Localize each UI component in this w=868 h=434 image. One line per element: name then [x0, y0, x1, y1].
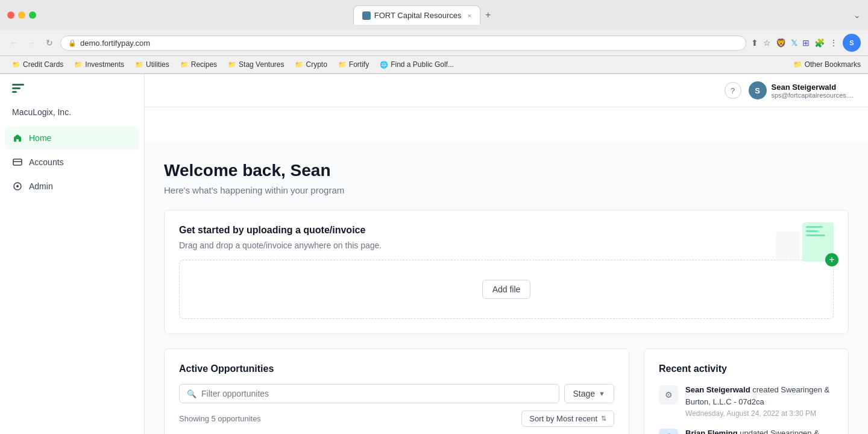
url-input[interactable]: 🔒 demo.fortifypay.com — [60, 36, 746, 51]
logo-line-2 — [12, 87, 20, 89]
browser-settings-button[interactable]: ⋮ — [829, 38, 838, 48]
bookmark-credit-cards[interactable]: 📁 Credit Cards — [7, 58, 68, 71]
activity-gear-icon: ⚙ — [659, 385, 678, 404]
upload-illustration: + — [776, 222, 834, 262]
activity-content-1: Sean Steigerwald created Swearingen & Bu… — [685, 384, 834, 418]
filter-opportunities-input[interactable] — [201, 389, 552, 398]
add-file-button[interactable]: Add file — [482, 280, 531, 299]
bookmark-label: Find a Public Golf... — [391, 60, 454, 69]
bookmark-stag-ventures[interactable]: 📁 Stag Ventures — [223, 58, 289, 71]
back-button[interactable]: ← — [7, 37, 20, 49]
folder-icon: 📁 — [180, 61, 189, 69]
sidebar-logo — [0, 74, 144, 102]
minimize-window-button[interactable] — [18, 11, 25, 19]
bookmark-label: Credit Cards — [23, 60, 63, 69]
address-bar: ← → ↻ 🔒 demo.fortifypay.com ⬆ ☆ 🦁 𝕏 ⊞ 🧩 … — [0, 30, 868, 56]
main-area: ? S Sean Steigerwald sps@fortcapitalreso… — [145, 74, 868, 434]
traffic-lights — [7, 11, 36, 19]
page-title: Welcome back, Sean — [164, 161, 849, 180]
share-button[interactable]: ⬆ — [751, 38, 758, 48]
close-window-button[interactable] — [7, 11, 14, 19]
bookmark-label: Investments — [85, 60, 124, 69]
browser-tab-active[interactable]: FORT Capital Resources × — [353, 5, 480, 25]
other-bookmarks-label: Other Bookmarks — [805, 60, 861, 69]
title-bar: FORT Capital Resources × + ⌄ — [0, 0, 868, 30]
sidebar-item-admin[interactable]: Admin — [5, 175, 139, 198]
browser-menu-button[interactable]: ⌄ — [854, 10, 861, 20]
maximize-window-button[interactable] — [29, 11, 36, 19]
sidebar-navigation: Home Accounts Admin — [0, 127, 144, 434]
bookmark-utilities[interactable]: 📁 Utilities — [130, 58, 174, 71]
bookmark-recipes[interactable]: 📁 Recipes — [175, 58, 222, 71]
bookmark-label: Fortify — [349, 60, 369, 69]
opportunities-title: Active Opportunities — [179, 363, 614, 374]
sidebar-item-accounts[interactable]: Accounts — [5, 151, 139, 174]
user-name: Sean Steigerwald — [772, 83, 854, 92]
lock-icon: 🔒 — [68, 39, 77, 47]
admin-icon — [12, 181, 23, 192]
fortify-logo-icon — [12, 84, 24, 93]
org-name: MacuLogix, Inc. — [0, 102, 144, 127]
recent-activity-card: Recent activity ⚙ Sean Steigerwald creat… — [644, 348, 849, 434]
reload-button[interactable]: ↻ — [43, 37, 55, 49]
url-text: demo.fortifypay.com — [80, 39, 150, 48]
new-tab-button[interactable]: + — [480, 5, 495, 25]
showing-row: Showing 5 opportunites Sort by Most rece… — [179, 410, 614, 427]
user-info: Sean Steigerwald sps@fortcapitalresource… — [772, 83, 854, 99]
sort-button[interactable]: Sort by Most recent ⇅ — [521, 410, 614, 427]
activity-actor-2: Brian Fleming — [685, 429, 738, 434]
bookmarks-bar: 📁 Credit Cards 📁 Investments 📁 Utilities… — [0, 56, 868, 74]
main-content: Welcome back, Sean Here's what's happeni… — [145, 142, 868, 434]
other-bookmarks-button[interactable]: 📁 Other Bookmarks — [793, 60, 861, 69]
user-menu-button[interactable]: S Sean Steigerwald sps@fortcapitalresour… — [749, 81, 854, 99]
search-row: 🔍 Stage ▼ — [179, 384, 614, 403]
folder-icon: 📁 — [338, 61, 347, 69]
stage-filter-button[interactable]: Stage ▼ — [564, 384, 614, 403]
bookmark-label: Recipes — [191, 60, 217, 69]
activity-timestamp-1: Wednesday, August 24, 2022 at 3:30 PM — [685, 409, 834, 418]
tab-title: FORT Capital Resources — [374, 11, 462, 20]
illustration-main-card: + — [802, 222, 834, 262]
tab-close-button[interactable]: × — [467, 12, 471, 19]
bookmark-crypto[interactable]: 📁 Crypto — [290, 58, 332, 71]
browser-chrome: FORT Capital Resources × + ⌄ ← → ↻ 🔒 dem… — [0, 0, 868, 74]
activity-text-1: Sean Steigerwald created Swearingen & Bu… — [685, 384, 834, 407]
sort-label: Sort by Most recent — [529, 414, 597, 423]
upload-card-description: Drag and drop a quote/invoice anywhere o… — [179, 241, 834, 250]
folder-icon: 📁 — [228, 61, 236, 69]
bookmark-find-golf[interactable]: 🌐 Find a Public Golf... — [375, 58, 459, 71]
folder-icon: 📁 — [295, 61, 303, 69]
page-subtitle: Here's what's happening within your prog… — [164, 185, 849, 195]
browser-toolbar-actions: ⬆ ☆ 🦁 𝕏 ⊞ 🧩 ⋮ S — [751, 34, 861, 52]
question-mark-icon: ? — [731, 86, 735, 95]
bookmark-investments[interactable]: 📁 Investments — [69, 58, 129, 71]
showing-count-label: Showing 5 opportunites — [179, 414, 261, 423]
bookmark-label: Utilities — [146, 60, 169, 69]
sidebar-item-home[interactable]: Home — [5, 127, 139, 149]
app-container: MacuLogix, Inc. Home Accounts — [0, 74, 868, 434]
upload-card-title: Get started by uploading a quote/invoice — [179, 225, 834, 236]
extension-brave-button[interactable]: 🦁 — [776, 38, 786, 48]
card-line-2 — [806, 230, 818, 232]
bookmark-fortify[interactable]: 📁 Fortify — [333, 58, 374, 71]
activity-title: Recent activity — [659, 363, 834, 374]
svg-rect-0 — [13, 159, 22, 165]
activity-action-2: updated — [740, 429, 770, 434]
activity-text-2: Brian Fleming updated Swearingen & Burto… — [685, 427, 834, 434]
avatar-initials: S — [755, 86, 760, 95]
bookmark-button[interactable]: ☆ — [763, 38, 771, 48]
logo-line-1 — [12, 84, 24, 86]
extension-grid-button[interactable]: ⊞ — [802, 38, 810, 48]
extensions-button[interactable]: 🧩 — [814, 38, 825, 48]
upload-dropzone[interactable]: Add file — [179, 260, 834, 319]
activity-item-2: 👤 Brian Fleming updated Swearingen & Bur… — [659, 427, 834, 434]
sidebar: MacuLogix, Inc. Home Accounts — [0, 74, 145, 434]
bookmark-label: Stag Ventures — [239, 60, 284, 69]
help-button[interactable]: ? — [725, 82, 741, 99]
add-icon: + — [825, 253, 838, 266]
browser-profile-avatar[interactable]: S — [843, 34, 861, 52]
forward-button[interactable]: → — [25, 37, 39, 49]
stage-label: Stage — [573, 389, 596, 398]
extension-twitter-button[interactable]: 𝕏 — [791, 38, 797, 48]
filter-input-wrap: 🔍 — [179, 384, 559, 403]
